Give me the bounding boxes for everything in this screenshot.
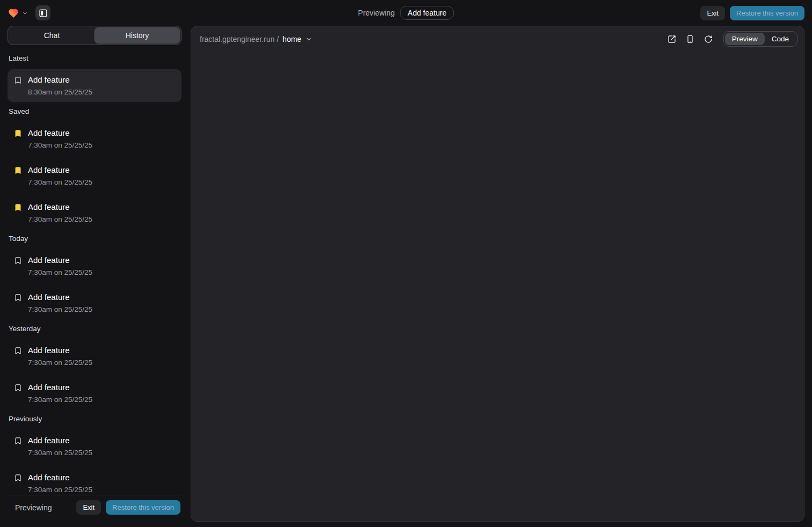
bookmark-icon	[14, 257, 22, 265]
history-item-text: Add feature 7:30am on 25/25/25	[28, 165, 92, 187]
history-item-text: Add feature 7:30am on 25/25/25	[28, 202, 92, 224]
restore-version-button[interactable]: Restore this version	[730, 6, 804, 20]
history-item-text: Add feature 7:30am on 25/25/25	[28, 255, 92, 277]
item-time: 7:30am on 25/25/25	[28, 141, 92, 150]
refresh-button[interactable]	[701, 32, 716, 47]
lovable-heart-icon	[8, 8, 19, 18]
mobile-view-button[interactable]	[683, 32, 698, 47]
item-title: Add feature	[28, 202, 92, 212]
header-actions: Exit Restore this version	[700, 6, 804, 20]
history-item[interactable]: Add feature 7:30am on 25/25/25	[8, 196, 182, 229]
chevron-down-icon	[22, 10, 28, 16]
item-time: 7:30am on 25/25/25	[28, 268, 92, 277]
item-title: Add feature	[28, 472, 92, 482]
history-item[interactable]: Add feature 7:30am on 25/25/25	[8, 430, 182, 463]
item-time: 7:30am on 25/25/25	[28, 215, 92, 224]
item-title: Add feature	[28, 165, 92, 175]
section-title: Previously	[8, 415, 182, 423]
history-item-text: Add feature 7:30am on 25/25/25	[28, 382, 92, 404]
version-badge[interactable]: Add feature	[400, 6, 454, 20]
toggle-code[interactable]: Code	[765, 33, 796, 45]
url-selector[interactable]: fractal.gptengineer.run / home	[200, 35, 312, 43]
history-list[interactable]: Latest Add feature 8:30am on 25/25/25 Sa…	[8, 45, 182, 495]
bookmark-icon	[14, 166, 22, 174]
history-section: Today Add feature 7:30am on 25/25/25 Add…	[8, 235, 182, 319]
bookmark-icon	[14, 203, 22, 211]
bookmark-icon	[14, 474, 22, 482]
bookmark-icon	[14, 294, 22, 302]
refresh-icon	[704, 35, 713, 43]
bookmark-icon	[14, 437, 22, 445]
history-item[interactable]: Add feature 7:30am on 25/25/25	[8, 340, 182, 372]
history-item-text: Add feature 7:30am on 25/25/25	[28, 292, 92, 314]
item-time: 7:30am on 25/25/25	[28, 178, 92, 187]
bookmark-icon	[14, 384, 22, 392]
footer-exit-button[interactable]: Exit	[76, 500, 101, 515]
section-title: Latest	[8, 54, 182, 62]
item-time: 7:30am on 25/25/25	[28, 448, 92, 457]
history-section: Previously Add feature 7:30am on 25/25/2…	[8, 415, 182, 495]
item-title: Add feature	[28, 435, 92, 445]
history-item-text: Add feature 7:30am on 25/25/25	[28, 435, 92, 457]
preview-panel: fractal.gptengineer.run / home	[191, 26, 804, 522]
section-title: Yesterday	[8, 325, 182, 333]
external-link-icon	[668, 35, 676, 43]
item-title: Add feature	[28, 255, 92, 265]
bookmark-icon	[14, 76, 22, 84]
item-time: 7:30am on 25/25/25	[28, 305, 92, 314]
open-in-new-tab-button[interactable]	[664, 32, 679, 47]
panel-actions: Preview Code	[664, 31, 798, 47]
item-title: Add feature	[28, 128, 92, 138]
history-item[interactable]: Add feature 7:30am on 25/25/25	[8, 250, 182, 282]
history-item[interactable]: Add feature 7:30am on 25/25/25	[8, 122, 182, 155]
history-item-text: Add feature 7:30am on 25/25/25	[28, 472, 92, 494]
item-time: 7:30am on 25/25/25	[28, 358, 92, 367]
tab-chat[interactable]: Chat	[9, 27, 95, 43]
section-title: Saved	[8, 107, 182, 115]
history-section: Latest Add feature 8:30am on 25/25/25	[8, 54, 182, 102]
section-items: Add feature 7:30am on 25/25/25 Add featu…	[8, 122, 182, 229]
footer-restore-button[interactable]: Restore this version	[106, 500, 180, 515]
panel-left-icon	[39, 9, 48, 18]
smartphone-icon	[686, 35, 694, 43]
item-time: 7:30am on 25/25/25	[28, 485, 92, 494]
bookmark-icon	[14, 129, 22, 137]
history-section: Saved Add feature 7:30am on 25/25/25 Add…	[8, 107, 182, 229]
preview-panel-header: fractal.gptengineer.run / home	[191, 26, 804, 52]
item-title: Add feature	[28, 345, 92, 355]
section-items: Add feature 7:30am on 25/25/25 Add featu…	[8, 250, 182, 319]
item-title: Add feature	[28, 292, 92, 302]
previewing-label: Previewing	[358, 9, 395, 17]
history-item[interactable]: Add feature 8:30am on 25/25/25	[8, 69, 182, 102]
top-header: Previewing Add feature Exit Restore this…	[0, 0, 812, 26]
history-item-text: Add feature 7:30am on 25/25/25	[28, 128, 92, 150]
toggle-preview[interactable]: Preview	[725, 33, 765, 45]
footer-status-label: Previewing	[15, 503, 52, 512]
view-toggle: Preview Code	[723, 31, 798, 47]
history-item-text: Add feature 8:30am on 25/25/25	[28, 75, 92, 97]
url-prefix: fractal.gptengineer.run /	[200, 35, 279, 43]
history-item[interactable]: Add feature 7:30am on 25/25/25	[8, 467, 182, 495]
history-item[interactable]: Add feature 7:30am on 25/25/25	[8, 159, 182, 192]
bookmark-icon	[14, 347, 22, 355]
sidebar-toggle-button[interactable]	[35, 5, 50, 20]
section-items: Add feature 7:30am on 25/25/25 Add featu…	[8, 430, 182, 495]
sidebar-footer: Previewing Exit Restore this version	[8, 495, 182, 522]
app-body: Chat History Latest Add feature 8:30am o…	[0, 26, 812, 527]
history-section: Yesterday Add feature 7:30am on 25/25/25…	[8, 325, 182, 409]
tab-history[interactable]: History	[95, 27, 180, 43]
section-items: Add feature 8:30am on 25/25/25	[8, 69, 182, 102]
chevron-down-icon	[306, 36, 312, 42]
preview-viewport[interactable]	[191, 52, 804, 521]
header-center: Previewing Add feature	[358, 0, 454, 26]
section-items: Add feature 7:30am on 25/25/25 Add featu…	[8, 340, 182, 409]
history-sidebar: Chat History Latest Add feature 8:30am o…	[8, 26, 182, 522]
item-time: 7:30am on 25/25/25	[28, 395, 92, 404]
history-item[interactable]: Add feature 7:30am on 25/25/25	[8, 287, 182, 319]
history-item[interactable]: Add feature 7:30am on 25/25/25	[8, 377, 182, 409]
brand[interactable]	[8, 8, 28, 18]
item-title: Add feature	[28, 382, 92, 392]
item-time: 8:30am on 25/25/25	[28, 87, 92, 97]
exit-button[interactable]: Exit	[700, 6, 725, 20]
history-item-text: Add feature 7:30am on 25/25/25	[28, 345, 92, 367]
